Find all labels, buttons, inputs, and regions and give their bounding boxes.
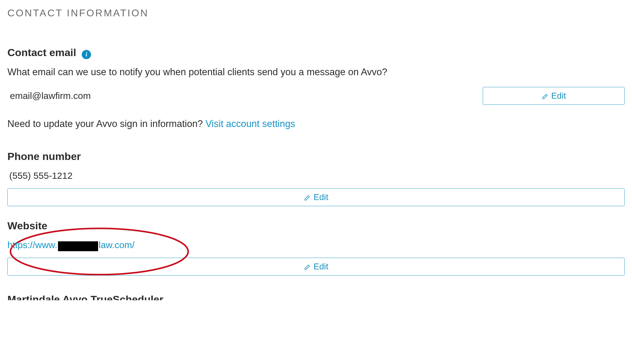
phone-value: (555) 555-1212: [7, 170, 625, 181]
website-url-suffix: law.com/: [99, 240, 135, 250]
account-settings-link[interactable]: Visit account settings: [205, 118, 295, 129]
contact-email-heading: Contact email i: [7, 47, 625, 59]
website-heading-text: Website: [7, 220, 48, 232]
edit-website-button[interactable]: Edit: [7, 258, 625, 276]
signin-prefix: Need to update your Avvo sign in informa…: [7, 118, 205, 129]
contact-email-value-row: email@lawfirm.com Edit: [7, 87, 625, 105]
pencil-icon: [541, 92, 548, 99]
contact-email-description: What email can we use to notify you when…: [7, 67, 625, 78]
info-icon[interactable]: i: [82, 50, 91, 59]
website-url-prefix: https://www.: [7, 240, 57, 250]
contact-email-value: email@lawfirm.com: [7, 91, 91, 101]
phone-heading-text: Phone number: [7, 150, 81, 162]
signin-info-line: Need to update your Avvo sign in informa…: [7, 118, 625, 129]
website-link[interactable]: https://www. law.com/: [7, 240, 134, 250]
website-section: Website https://www. law.com/ Edit: [7, 220, 625, 276]
website-heading: Website: [7, 220, 625, 232]
phone-section: Phone number (555) 555-1212 Edit: [7, 150, 625, 206]
truescheduler-heading: Martindale Avvo TrueScheduler: [7, 293, 625, 300]
pencil-icon: [304, 194, 310, 201]
edit-phone-label: Edit: [313, 192, 328, 202]
edit-email-button[interactable]: Edit: [483, 87, 625, 105]
phone-heading: Phone number: [7, 150, 625, 162]
pencil-icon: [304, 263, 310, 270]
section-title: CONTACT INFORMATION: [7, 7, 625, 19]
website-value-container: https://www. law.com/: [7, 240, 625, 250]
contact-email-heading-text: Contact email: [7, 47, 76, 59]
redaction-box: [58, 241, 98, 251]
edit-phone-button[interactable]: Edit: [7, 188, 625, 206]
contact-email-section: Contact email i What email can we use to…: [7, 47, 625, 129]
edit-email-label: Edit: [551, 91, 566, 101]
edit-website-label: Edit: [313, 262, 328, 272]
